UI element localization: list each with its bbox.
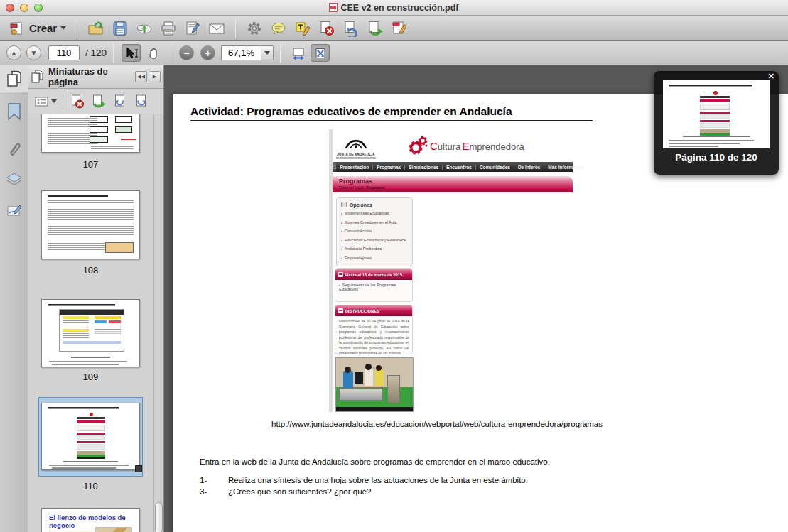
thumbnail-image [95,527,132,532]
menu-item: Presentación [336,165,372,170]
chevron-down-icon [51,99,57,103]
create-pdf-icon [9,20,26,37]
extract-page-button[interactable] [90,93,107,110]
main-toolbar: Crear [0,16,788,41]
opciones-link: Andalucía Profundiza [341,246,409,251]
attachments-pane-button[interactable] [0,136,28,163]
opciones-link: ComunicAcción [341,229,409,233]
website-screenshot: JUNTA DE ANDALUCIA Cultura Emprendedora … [329,129,573,412]
delete-page-button[interactable] [69,93,86,110]
thumbnail-options-button[interactable] [33,94,59,109]
sign-document-button[interactable] [184,20,201,37]
delete-pages-button[interactable] [318,20,335,37]
toolbar-separator [171,44,171,63]
redact-edit-button[interactable] [391,20,408,37]
toolbar-separator [235,19,236,38]
thumbnails-scrollbar[interactable] [153,114,163,532]
collapse-panel-button[interactable]: ◀◀ [135,71,147,82]
photo-person-head [365,364,372,370]
layers-pane-button[interactable] [0,166,28,193]
document-area: Actividad: Programas educativos de empre… [164,65,788,532]
create-button[interactable]: Crear [4,18,70,38]
chevron-down-icon [264,51,270,55]
upload-cloud-button[interactable] [136,20,153,37]
email-button[interactable] [208,20,225,37]
thumbnail-label: 108 [41,265,140,276]
zoom-in-button[interactable]: + [200,45,215,60]
photo-display-case [387,375,400,403]
select-tool-button[interactable] [122,44,141,62]
junta-de-andalucia-logo: JUNTA DE ANDALUCIA [336,131,376,159]
highlight-box [105,242,134,253]
thumbnail-page-109[interactable] [41,299,140,367]
thumbnail-page-111[interactable]: El lienzo de modelos de negocio [41,508,140,532]
zoom-out-button[interactable]: − [179,45,194,60]
chevron-down-icon [60,26,66,30]
thumbnail-label: 110 [41,481,140,492]
toolbar-separator [113,44,114,63]
website-banner: Programas Estás en: Inicio › Programas [333,176,573,192]
page-list-item: 1-Realiza una síntesis de una hoja sobre… [200,476,528,484]
toolbar-separator [63,94,63,109]
opciones-link: Educación Económica y Financiera [341,238,409,242]
zoom-dropdown-button[interactable] [261,45,274,60]
scrollbar-thumb[interactable] [155,502,163,532]
thumbnail-page-110-selected[interactable] [41,403,140,470]
thumbnails-list: 107 108 [28,114,163,532]
page-preview-thumbnail[interactable] [663,80,770,148]
thumbnails-toolbar [28,89,163,114]
title-bar: CEE v2 en construcción.pdf [0,0,788,16]
fair-photo [335,357,414,412]
menu-item: Más Información [544,165,588,170]
page-intro-text: Entra en la web de la Junta de Andalucía… [200,457,550,466]
fit-width-button[interactable] [288,44,308,62]
menu-item: Simulaciones [404,165,442,170]
thumbnails-panel: Miniaturas de página ◀◀ ▶ [28,65,164,532]
thumbnails-panel-header: Miniaturas de página ◀◀ ▶ [28,65,163,89]
hand-tool-button[interactable] [144,44,163,62]
print-button[interactable] [160,20,177,37]
opciones-link: Miniempresas Educativas [341,211,409,215]
rotate-counterclockwise-button[interactable] [112,93,129,110]
photo-person-head [376,365,382,371]
comment-bubble-button[interactable] [270,20,287,37]
rotate-clockwise-button[interactable] [133,93,150,110]
fit-page-button[interactable] [311,44,330,62]
thumbnail-page-108[interactable] [41,190,140,259]
bookmarks-pane-button[interactable] [0,98,28,125]
instrucciones-box: INSTRUCCIONES Instrucciones de 30 de jun… [335,305,413,354]
calendar-icon [338,272,343,277]
replace-pages-button[interactable] [342,20,360,37]
gears-icon [407,135,428,156]
navigation-panes-rail [0,65,28,532]
opciones-box: Opciones Miniempresas Educativas Jóvenes… [336,197,413,266]
thumbnail-screenshot [59,309,124,352]
export-page-button[interactable] [367,20,384,37]
photo-display-table [339,388,383,401]
popup-page-label: Página 110 de 120 [654,152,779,163]
pages-pane-button[interactable] [0,65,28,92]
text-annotation-button[interactable] [294,20,311,37]
thumbnail-page-107[interactable] [41,114,140,153]
next-page-button[interactable]: ▼ [26,45,41,60]
expand-panel-button[interactable]: ▶ [149,71,161,82]
signatures-pane-button[interactable] [0,197,28,224]
pages-icon [31,70,44,84]
toolbar-separator [77,19,77,38]
opciones-link: Jóvenes Creadores en el Aula [341,220,409,224]
page-number-input[interactable] [48,45,80,60]
photo-laptop [355,372,363,384]
zoom-level-field[interactable]: 67,1% [221,45,261,60]
menu-item: Comunidades [475,165,514,170]
website-navbar: ⌂ Presentación Programas Simulaciones En… [333,162,573,172]
save-file-button[interactable] [112,20,129,37]
open-file-button[interactable] [87,20,104,37]
pdf-file-icon [329,3,338,12]
consejeria-subtitle-bar [336,157,376,159]
navigation-toolbar: ▲ ▼ / 120 − + 67,1% [0,41,788,65]
settings-gear-button[interactable] [246,20,263,37]
menu-item: Programas [372,165,404,170]
selection-handle[interactable] [135,465,142,472]
previous-page-button[interactable]: ▲ [6,45,21,60]
opciones-link: Emprendejoven [341,256,409,260]
